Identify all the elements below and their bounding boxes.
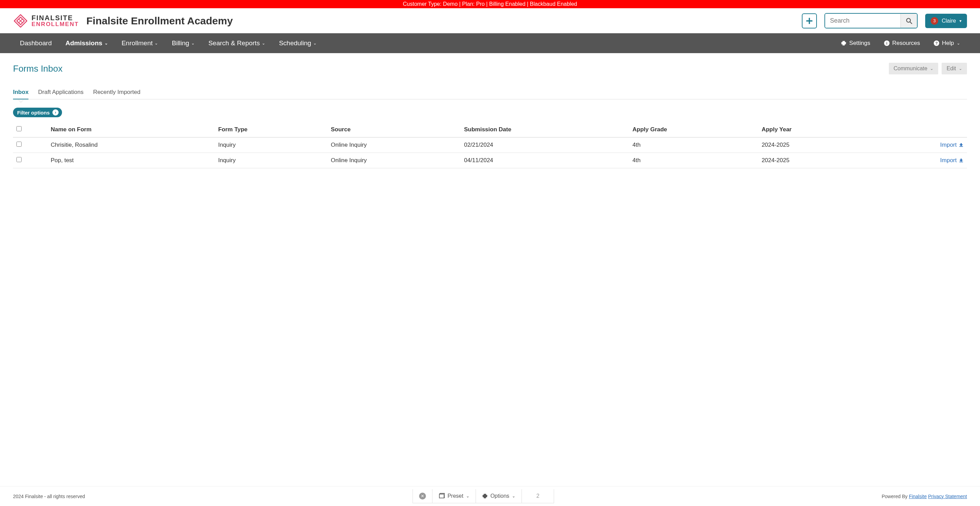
logo[interactable]: FINALSITE ENROLLMENT	[13, 13, 79, 29]
cell-apply-grade: 4th	[629, 153, 758, 168]
col-name: Name on Form	[47, 122, 215, 137]
chevron-down-icon: ⌄	[959, 66, 962, 71]
nav-label: Billing	[172, 40, 189, 47]
plus-icon	[806, 18, 813, 24]
cell-source: Online Inquiry	[327, 137, 461, 153]
info-icon: i	[884, 40, 889, 46]
import-link[interactable]: Import	[940, 142, 964, 148]
cell-apply-year: 2024-2025	[758, 153, 873, 168]
cell-apply-grade: 4th	[629, 137, 758, 153]
page-title: Forms Inbox	[13, 64, 63, 74]
tab-draft-applications[interactable]: Draft Applications	[38, 89, 83, 99]
cell-name: Pop, test	[47, 153, 215, 168]
nav-label: Dashboard	[20, 40, 52, 47]
chevron-down-icon: ▾	[959, 19, 961, 23]
button-label: Communicate	[894, 65, 928, 72]
chevron-right-icon: ›	[52, 109, 59, 115]
import-icon	[959, 143, 964, 147]
table-row: Chrisitie, Rosalind Inquiry Online Inqui…	[13, 137, 967, 153]
notification-badge: 3	[931, 17, 938, 25]
help-icon: ?	[934, 40, 939, 46]
nav-label: Admissions	[65, 40, 102, 47]
nav-label: Enrollment	[122, 40, 153, 47]
nav-billing[interactable]: Billing⌄	[165, 33, 202, 53]
cell-submission-date: 02/21/2024	[461, 137, 629, 153]
row-checkbox[interactable]	[16, 157, 22, 162]
table-row: Pop, test Inquiry Online Inquiry 04/11/2…	[13, 153, 967, 168]
nav-label: Search & Reports	[208, 40, 260, 47]
col-apply-grade: Apply Grade	[629, 122, 758, 137]
cell-source: Online Inquiry	[327, 153, 461, 168]
content: Forms Inbox Communicate⌄ Edit⌄ Inbox Dra…	[0, 53, 980, 189]
edit-button[interactable]: Edit⌄	[942, 63, 967, 74]
chevron-down-icon: ⌄	[930, 66, 934, 71]
import-link[interactable]: Import	[940, 157, 964, 164]
chevron-down-icon: ⌄	[313, 41, 317, 46]
nav-label: Scheduling	[279, 40, 311, 47]
logo-text-2: ENROLLMENT	[32, 21, 79, 27]
user-menu[interactable]: 3 Claire ▾	[925, 14, 967, 28]
cell-submission-date: 04/11/2024	[461, 153, 629, 168]
nav-resources[interactable]: i Resources	[877, 33, 927, 53]
svg-text:?: ?	[935, 41, 938, 45]
forms-table: Name on Form Form Type Source Submission…	[13, 122, 967, 168]
col-apply-year: Apply Year	[758, 122, 873, 137]
import-icon	[959, 158, 964, 163]
svg-text:i: i	[886, 41, 887, 45]
tab-inbox[interactable]: Inbox	[13, 89, 29, 99]
chevron-down-icon: ⌄	[262, 41, 265, 46]
select-all-checkbox[interactable]	[16, 126, 22, 131]
main-nav: Dashboard Admissions⌄ Enrollment⌄ Billin…	[0, 33, 980, 53]
chevron-down-icon: ⌄	[957, 41, 960, 46]
nav-help[interactable]: ? Help ⌄	[927, 33, 967, 53]
search-input[interactable]	[825, 14, 900, 28]
col-form-type: Form Type	[215, 122, 328, 137]
search-container	[824, 13, 918, 29]
filter-label: Filter options	[17, 110, 50, 115]
nav-enrollment[interactable]: Enrollment⌄	[115, 33, 165, 53]
add-button[interactable]	[802, 13, 817, 29]
chevron-down-icon: ⌄	[191, 41, 195, 46]
cell-form-type: Inquiry	[215, 153, 328, 168]
nav-label: Resources	[892, 40, 920, 46]
search-button[interactable]	[900, 14, 917, 28]
cell-name: Chrisitie, Rosalind	[47, 137, 215, 153]
logo-icon	[13, 13, 28, 29]
communicate-button[interactable]: Communicate⌄	[889, 63, 939, 74]
gear-icon	[841, 40, 846, 46]
col-source: Source	[327, 122, 461, 137]
logo-text-1: FINALSITE	[32, 14, 79, 21]
nav-admissions[interactable]: Admissions⌄	[59, 33, 115, 53]
cell-form-type: Inquiry	[215, 137, 328, 153]
nav-label: Help	[942, 40, 954, 46]
user-name: Claire	[942, 18, 956, 24]
academy-title: Finalsite Enrollment Academy	[86, 15, 233, 27]
nav-settings[interactable]: Settings	[834, 33, 877, 53]
nav-dashboard[interactable]: Dashboard	[13, 33, 59, 53]
filter-options-button[interactable]: Filter options ›	[13, 108, 62, 117]
chevron-down-icon: ⌄	[154, 41, 158, 46]
nav-label: Settings	[849, 40, 870, 46]
col-submission-date: Submission Date	[461, 122, 629, 137]
cell-apply-year: 2024-2025	[758, 137, 873, 153]
nav-scheduling[interactable]: Scheduling⌄	[272, 33, 323, 53]
search-icon	[906, 18, 912, 24]
chevron-down-icon: ⌄	[105, 41, 108, 46]
row-checkbox[interactable]	[16, 142, 22, 147]
tabs: Inbox Draft Applications Recently Import…	[13, 89, 967, 99]
info-banner: Customer Type: Demo | Plan: Pro | Billin…	[0, 0, 980, 8]
tab-recently-imported[interactable]: Recently Imported	[93, 89, 140, 99]
button-label: Edit	[947, 65, 956, 72]
nav-search-reports[interactable]: Search & Reports⌄	[202, 33, 272, 53]
header: FINALSITE ENROLLMENT Finalsite Enrollmen…	[0, 8, 980, 33]
